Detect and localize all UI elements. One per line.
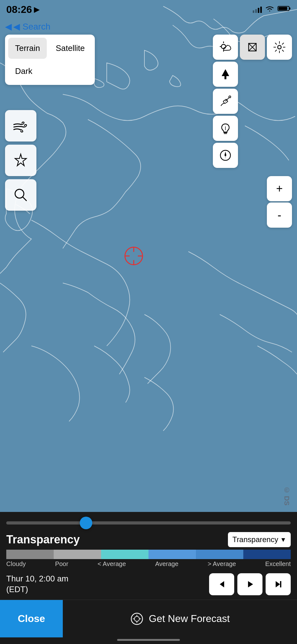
left-toolbar xyxy=(5,110,36,211)
svg-line-30 xyxy=(280,48,281,48)
tree-button[interactable] xyxy=(213,62,238,87)
dark-button[interactable]: Dark xyxy=(8,61,92,82)
search-button[interactable] xyxy=(5,179,36,211)
signal-icon xyxy=(253,6,262,13)
color-poor xyxy=(54,550,101,559)
svg-marker-49 xyxy=(276,581,280,587)
svg-marker-48 xyxy=(248,581,253,587)
svg-marker-44 xyxy=(15,154,26,166)
prev-button[interactable] xyxy=(209,573,234,595)
svg-line-22 xyxy=(282,50,284,51)
zoom-out-button[interactable]: - xyxy=(267,203,292,228)
svg-marker-47 xyxy=(220,581,224,587)
wifi-icon xyxy=(265,5,274,14)
legend-cloudy: Cloudy xyxy=(6,560,26,568)
color-cloudy xyxy=(6,550,54,559)
legend-below-avg: < Average xyxy=(98,560,126,568)
status-bar: 08:26 ▶ xyxy=(0,0,297,19)
datetime-line2: (EDT) xyxy=(6,584,68,595)
color-bar xyxy=(0,550,297,559)
compass-button[interactable] xyxy=(213,143,238,168)
get-forecast-button[interactable]: Get New Forecast xyxy=(63,600,297,637)
transparency-dropdown[interactable]: Transparency ▼ xyxy=(228,532,291,547)
status-time: 08:26 xyxy=(6,4,32,15)
svg-line-31 xyxy=(280,46,281,46)
next-button[interactable] xyxy=(266,573,291,595)
legend-above-avg: > Average xyxy=(208,560,236,568)
forecast-label: Get New Forecast xyxy=(149,613,230,625)
zoom-in-button[interactable]: + xyxy=(267,176,292,201)
svg-line-46 xyxy=(23,197,26,201)
transparency-header: Transparency Transparency ▼ xyxy=(0,528,297,550)
search-back-button[interactable]: ◀ ◀ Search xyxy=(5,21,51,32)
map-crosshair xyxy=(123,245,145,267)
playback-row: Thur 10, 2:00 am (EDT) xyxy=(0,571,297,598)
dropdown-arrow-icon: ▼ xyxy=(280,536,286,543)
lightbulb-button[interactable] xyxy=(213,116,238,141)
svg-point-37 xyxy=(229,96,231,98)
svg-marker-33 xyxy=(222,69,229,76)
status-icons xyxy=(253,5,291,14)
weather-button[interactable] xyxy=(213,35,238,60)
search-back-label: ◀ Search xyxy=(13,21,51,32)
color-below-avg xyxy=(101,550,148,559)
color-above-avg xyxy=(196,550,243,559)
svg-rect-50 xyxy=(280,581,281,587)
datetime-display: Thur 10, 2:00 am (EDT) xyxy=(6,574,68,595)
svg-line-29 xyxy=(278,46,278,46)
back-icon: ◀ xyxy=(5,21,12,32)
sunburst-button[interactable] xyxy=(267,35,292,60)
wind-button[interactable] xyxy=(5,110,36,142)
map-type-panel: Terrain Satellite Dark xyxy=(5,35,95,85)
slider-thumb[interactable] xyxy=(80,517,92,529)
svg-line-24 xyxy=(275,50,277,51)
transparency-slider[interactable] xyxy=(6,521,291,525)
zoom-controls: + - xyxy=(267,176,292,228)
dropdown-label: Transparency xyxy=(232,535,278,544)
terrain-button[interactable]: Terrain xyxy=(8,38,47,59)
action-bar: Close Get New Forecast xyxy=(0,600,297,637)
transparency-title: Transparency xyxy=(6,533,80,546)
star-button[interactable] xyxy=(5,145,36,176)
svg-rect-7 xyxy=(289,8,290,9)
close-label: Close xyxy=(18,613,45,625)
svg-line-32 xyxy=(278,48,278,48)
top-right-toolbar xyxy=(213,35,292,168)
satellite-button[interactable]: Satellite xyxy=(49,38,92,59)
svg-rect-34 xyxy=(224,76,226,79)
svg-point-56 xyxy=(134,616,139,621)
legend-labels: Cloudy Poor < Average Average > Average … xyxy=(0,560,297,568)
map-attribution: © DS xyxy=(283,486,291,506)
legend-poor: Poor xyxy=(55,560,68,568)
color-average xyxy=(148,550,196,559)
play-button[interactable] xyxy=(237,573,262,595)
close-button[interactable]: Close xyxy=(0,600,63,637)
home-indicator xyxy=(117,639,180,641)
satellite-signal-button[interactable] xyxy=(213,89,238,114)
legend-excellent: Excellent xyxy=(265,560,291,568)
svg-line-23 xyxy=(282,43,284,44)
playback-buttons xyxy=(209,573,291,595)
slider-area xyxy=(0,512,297,528)
color-excellent xyxy=(243,550,291,559)
location-icon: ▶ xyxy=(34,5,40,14)
svg-rect-8 xyxy=(278,7,287,10)
bottom-panel: Transparency Transparency ▼ Cloudy Poor … xyxy=(0,512,297,644)
layers-button[interactable] xyxy=(240,35,265,60)
legend-average: Average xyxy=(155,560,178,568)
svg-line-21 xyxy=(275,43,277,44)
battery-icon xyxy=(278,5,291,14)
datetime-line1: Thur 10, 2:00 am xyxy=(6,574,68,584)
slider-fill xyxy=(6,521,86,525)
